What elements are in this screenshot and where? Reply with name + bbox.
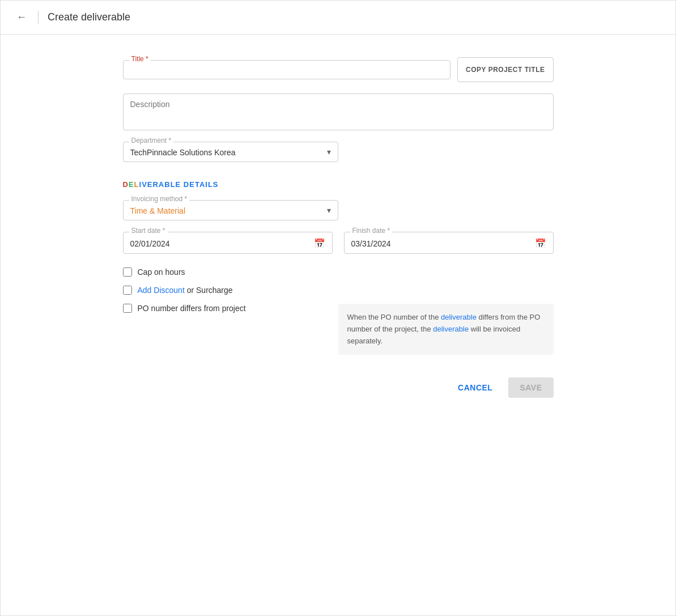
title-input[interactable] bbox=[130, 65, 444, 74]
form-container: Title * COPY PROJECT TITLE Department * … bbox=[123, 57, 554, 398]
section-title-e: E bbox=[129, 180, 134, 189]
finish-date-calendar-icon[interactable]: 📅 bbox=[535, 238, 546, 249]
po-number-checkbox-row: PO number differs from project bbox=[123, 304, 246, 313]
department-wrapper: Department * TechPinnacle Solutions Kore… bbox=[123, 142, 338, 162]
po-info-box: When the PO number of the deliverable di… bbox=[338, 304, 554, 355]
department-select[interactable]: TechPinnacle Solutions Korea bbox=[130, 148, 331, 157]
cancel-button[interactable]: CANCEL bbox=[449, 379, 501, 397]
title-label: Title * bbox=[129, 55, 151, 63]
department-label: Department * bbox=[129, 137, 174, 145]
add-discount-text: Add Discount bbox=[138, 286, 185, 295]
start-date-label: Start date * bbox=[129, 227, 168, 235]
add-discount-label: Add Discount or Surcharge bbox=[138, 286, 233, 295]
po-info-deliverable-link: deliverable bbox=[441, 313, 477, 321]
save-button[interactable]: SAVE bbox=[508, 377, 553, 398]
invoicing-wrapper: Invoicing method * Time & Material Fixed… bbox=[123, 200, 338, 220]
add-discount-row: Add Discount or Surcharge bbox=[123, 286, 554, 295]
page-title: Create deliverable bbox=[48, 11, 130, 23]
description-wrapper bbox=[123, 94, 554, 130]
cap-on-hours-label: Cap on hours bbox=[138, 267, 185, 277]
po-info-deliverable-link-2: deliverable bbox=[433, 325, 469, 333]
main-content: Title * COPY PROJECT TITLE Department * … bbox=[1, 35, 675, 420]
invoicing-select[interactable]: Time & Material Fixed Price Retainer bbox=[130, 206, 331, 215]
section-title-l: L bbox=[134, 180, 139, 189]
header: ← Create deliverable bbox=[1, 1, 675, 35]
cap-on-hours-row: Cap on hours bbox=[123, 267, 554, 277]
cap-on-hours-checkbox[interactable] bbox=[123, 267, 132, 277]
or-surcharge-text: or Surcharge bbox=[185, 286, 233, 295]
back-button[interactable]: ← bbox=[14, 9, 29, 26]
finish-date-wrapper: Finish date * 📅 bbox=[344, 232, 554, 254]
header-divider bbox=[38, 11, 39, 24]
title-row: Title * COPY PROJECT TITLE bbox=[123, 57, 554, 82]
section-title: DELIVERABLE DETAILS bbox=[123, 180, 554, 189]
app-container: ← Create deliverable Title * COPY PROJEC… bbox=[0, 0, 676, 616]
start-date-wrapper: Start date * 📅 bbox=[123, 232, 333, 254]
po-number-checkbox[interactable] bbox=[123, 304, 132, 313]
start-date-input[interactable] bbox=[130, 239, 314, 248]
title-field-wrapper: Title * bbox=[123, 60, 451, 79]
add-discount-checkbox[interactable] bbox=[123, 286, 132, 295]
invoicing-label: Invoicing method * bbox=[129, 195, 190, 203]
action-row: CANCEL SAVE bbox=[123, 377, 554, 398]
start-date-calendar-icon[interactable]: 📅 bbox=[314, 238, 325, 249]
description-input[interactable] bbox=[130, 100, 546, 122]
po-number-label: PO number differs from project bbox=[138, 304, 246, 313]
section-title-d: D bbox=[123, 180, 129, 189]
po-info-text: When the PO number of the deliverable di… bbox=[347, 313, 541, 345]
date-row: Start date * 📅 Finish date * 📅 bbox=[123, 232, 554, 254]
finish-date-input[interactable] bbox=[351, 239, 535, 248]
finish-date-label: Finish date * bbox=[350, 227, 393, 235]
copy-project-title-button[interactable]: COPY PROJECT TITLE bbox=[457, 57, 553, 82]
section-title-rest: IVERABLE DETAILS bbox=[139, 180, 219, 189]
po-number-row: PO number differs from project When the … bbox=[123, 304, 554, 355]
